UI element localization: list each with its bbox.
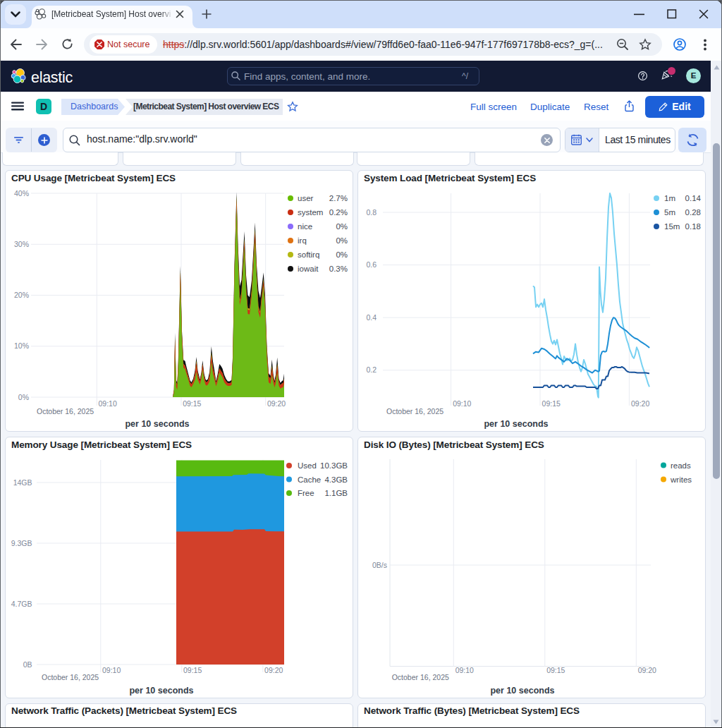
svg-text:1m: 1m [664,194,675,202]
svg-text:5m: 5m [664,208,675,217]
svg-text:Free: Free [298,489,314,497]
svg-text:0B: 0B [23,660,32,669]
svg-text:14GB: 14GB [13,478,32,487]
svg-text:system: system [298,208,323,217]
svg-text:0.18: 0.18 [685,222,701,231]
svg-text:10.3GB: 10.3GB [320,461,348,470]
svg-text:0%: 0% [336,222,348,231]
svg-text:per 10 seconds: per 10 seconds [484,419,548,429]
svg-text:09:15: 09:15 [183,666,202,674]
svg-text:0.4: 0.4 [366,313,377,322]
svg-text:2.7%: 2.7% [329,194,348,202]
svg-text:40%: 40% [14,189,29,198]
svg-text:09:20: 09:20 [631,399,649,408]
svg-text:0.28: 0.28 [685,208,701,217]
svg-text:0.6: 0.6 [366,260,377,269]
svg-text:4.7GB: 4.7GB [11,600,32,608]
svg-text:writes: writes [670,475,692,484]
svg-text:0%: 0% [336,250,348,259]
svg-text:0.2%: 0.2% [329,208,348,217]
svg-text:0.14: 0.14 [685,194,702,202]
svg-text:October 16, 2025: October 16, 2025 [392,673,449,681]
svg-text:0.8: 0.8 [366,208,377,217]
svg-text:09:10: 09:10 [99,399,117,408]
svg-text:October 16, 2025: October 16, 2025 [42,673,99,681]
svg-text:09:20: 09:20 [264,666,283,674]
svg-text:0.2: 0.2 [366,365,377,374]
svg-text:09:15: 09:15 [546,666,565,674]
svg-text:4.3GB: 4.3GB [324,475,348,484]
svg-text:softirq: softirq [298,250,319,259]
svg-text:09:10: 09:10 [102,666,121,674]
svg-text:per 10 seconds: per 10 seconds [490,686,554,696]
svg-text:October 16, 2025: October 16, 2025 [386,407,443,415]
svg-text:9.3GB: 9.3GB [11,539,32,547]
svg-text:15m: 15m [664,222,680,231]
svg-text:Cache: Cache [298,475,321,484]
svg-text:09:20: 09:20 [638,666,656,674]
svg-text:09:10: 09:10 [453,399,471,408]
svg-text:30%: 30% [14,240,29,248]
svg-text:per 10 seconds: per 10 seconds [125,419,189,429]
svg-text:iowait: iowait [298,265,319,273]
svg-text:Used: Used [298,461,317,470]
svg-text:October 16, 2025: October 16, 2025 [37,407,94,415]
svg-text:0.3%: 0.3% [329,265,348,273]
svg-text:reads: reads [671,461,691,470]
svg-text:0%: 0% [18,393,29,401]
svg-text:1.1GB: 1.1GB [324,489,348,497]
svg-text:nice: nice [298,222,312,231]
svg-text:20%: 20% [14,291,29,299]
svg-text:09:10: 09:10 [455,666,474,674]
svg-text:user: user [298,194,314,202]
svg-text:irq: irq [298,236,307,245]
svg-text:09:15: 09:15 [183,399,201,408]
svg-text:09:15: 09:15 [542,399,561,408]
svg-text:per 10 seconds: per 10 seconds [129,686,193,696]
svg-text:0B/s: 0B/s [372,561,387,569]
svg-text:09:20: 09:20 [267,399,286,408]
svg-text:0%: 0% [336,236,348,245]
svg-text:10%: 10% [14,341,29,350]
